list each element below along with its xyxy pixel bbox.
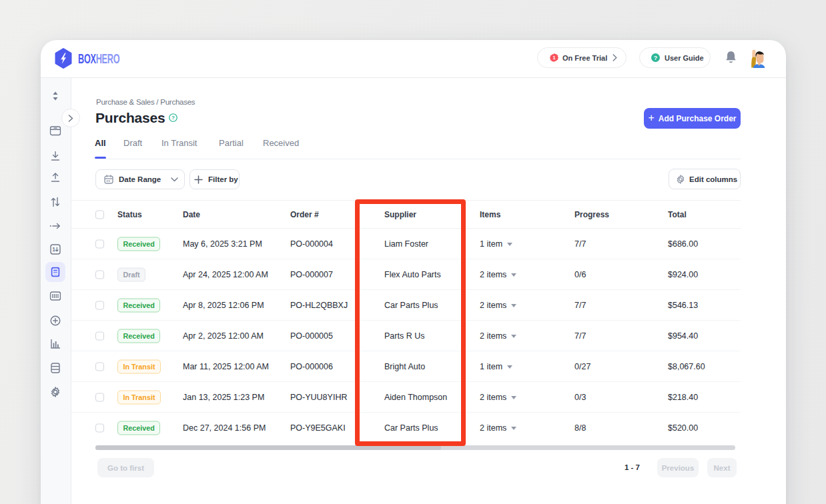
svg-text:1: 1 xyxy=(52,246,55,253)
svg-text:?: ? xyxy=(171,115,175,121)
